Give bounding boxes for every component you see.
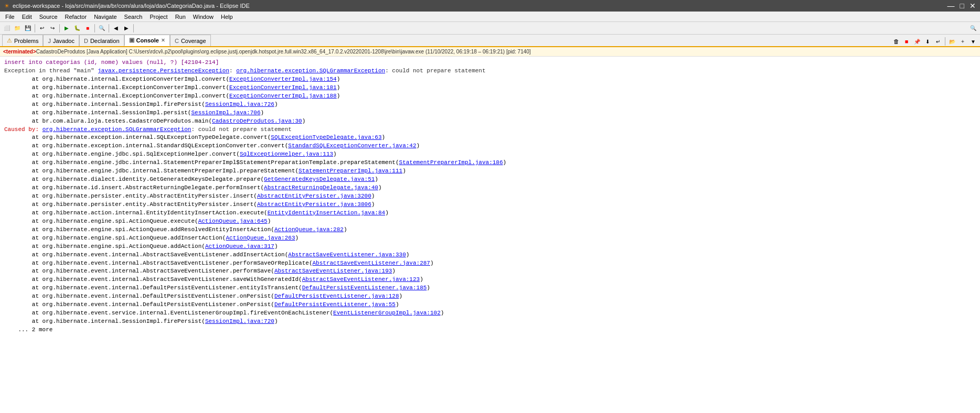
exception-header-line: Exception in thread "main" javax.persist…: [4, 67, 976, 75]
stack-28: at org.hibernate.event.service.internal.…: [4, 309, 976, 318]
console-word-wrap-btn[interactable]: ↵: [933, 37, 943, 46]
stack-29: at org.hibernate.internal.SessionImpl.fi…: [4, 318, 976, 326]
info-bar: <terminated> CadastroDeProdutos [Java Ap…: [0, 47, 980, 57]
menu-search[interactable]: Search: [121, 13, 146, 21]
toolbar-new[interactable]: ⬜: [2, 24, 12, 33]
stack-17: at org.hibernate.engine.spi.ActionQueue.…: [4, 218, 976, 226]
link-sql-grammar-exception-2[interactable]: org.hibernate.exception.SQLGrammarExcept…: [42, 126, 191, 133]
menu-edit[interactable]: Edit: [19, 13, 35, 21]
stack-18: at org.hibernate.engine.spi.ActionQueue.…: [4, 226, 976, 234]
more-line: ... 2 more: [4, 326, 976, 334]
title-text: eclipse-workspace - loja/src/main/java/b…: [13, 3, 250, 9]
toolbar-extra1[interactable]: 🔍: [968, 24, 978, 33]
stack-16: at org.hibernate.action.internal.EntityI…: [4, 209, 976, 218]
tabs-row: ⚠ Problems J Javadoc D Declaration ▣ Con…: [0, 35, 980, 47]
tab-problems[interactable]: ⚠ Problems: [2, 35, 43, 46]
console-icon: ▣: [129, 37, 134, 44]
toolbar-sep-4: [109, 24, 109, 32]
console-close-btn[interactable]: ✕: [161, 38, 165, 43]
stack-14: at org.hibernate.persister.entity.Abstra…: [4, 192, 976, 201]
link-sql-grammar-exception-1[interactable]: org.hibernate.exception.SQLGrammarExcept…: [236, 68, 385, 74]
tab-javadoc[interactable]: J Javadoc: [43, 35, 79, 46]
tab-problems-label: Problems: [14, 38, 38, 44]
toolbar-forward[interactable]: ▶: [122, 24, 131, 33]
caused-by-line: Caused by: org.hibernate.exception.SQLGr…: [4, 126, 976, 134]
tab-coverage[interactable]: C Coverage: [170, 35, 211, 46]
view-menu-btn[interactable]: ▼: [968, 37, 978, 46]
stack-7: at org.hibernate.exception.internal.SQLE…: [4, 134, 976, 142]
stack-15: at org.hibernate.persister.entity.Abstra…: [4, 201, 976, 209]
console-open-file-btn[interactable]: 📂: [947, 37, 957, 46]
stack-4: at org.hibernate.internal.SessionImpl.fi…: [4, 101, 976, 109]
problems-icon: ⚠: [7, 37, 12, 44]
stack-20: at org.hibernate.engine.spi.ActionQueue.…: [4, 243, 976, 251]
tab-coverage-label: Coverage: [181, 38, 206, 44]
console-clear-btn[interactable]: 🗑: [891, 37, 901, 46]
info-text: CadastroDeProdutos [Java Application] C:…: [36, 49, 531, 55]
toolbar: ⬜ 📁 💾 ↩ ↪ ▶ 🐛 ■ 🔍 ◀ ▶ 🔍: [0, 22, 980, 35]
link-persistence-exception[interactable]: javax.persistence.PersistenceException: [98, 68, 229, 74]
console-scroll-btn[interactable]: ⬇: [923, 37, 932, 46]
toolbar-sep-1: [35, 24, 35, 32]
toolbar-undo[interactable]: ↩: [37, 24, 47, 33]
stack-24: at org.hibernate.event.internal.Abstract…: [4, 276, 976, 284]
stack-12: at org.hibernate.dialect.identity.GetGen…: [4, 176, 976, 184]
menu-run[interactable]: Run: [172, 13, 189, 21]
menu-window[interactable]: Window: [190, 13, 217, 21]
stack-21: at org.hibernate.event.internal.Abstract…: [4, 251, 976, 259]
tab-console-label: Console: [136, 37, 159, 44]
menu-navigate[interactable]: Navigate: [91, 13, 120, 21]
toolbar-debug[interactable]: 🐛: [72, 24, 82, 33]
tab-declaration[interactable]: D Declaration: [79, 35, 124, 46]
stack-9: at org.hibernate.engine.jdbc.spi.SqlExce…: [4, 150, 976, 159]
terminated-label: <terminated>: [3, 49, 36, 55]
declaration-icon: D: [84, 38, 88, 44]
toolbar-save[interactable]: 💾: [23, 24, 33, 33]
menu-source[interactable]: Source: [36, 13, 61, 21]
stack-22: at org.hibernate.event.internal.Abstract…: [4, 259, 976, 268]
stack-8: at org.hibernate.exception.internal.Stan…: [4, 142, 976, 150]
stack-27: at org.hibernate.event.internal.DefaultP…: [4, 301, 976, 309]
stack-6: at br.com.alura.loja.testes.CadastroDePr…: [4, 117, 976, 126]
coverage-icon: C: [175, 38, 179, 44]
menu-bar: File Edit Source Refactor Navigate Searc…: [0, 12, 980, 22]
console-area[interactable]: insert into categorias (id, nome) values…: [0, 57, 980, 413]
insert-line: insert into categorias (id, nome) values…: [4, 59, 976, 67]
stack-19: at org.hibernate.engine.spi.ActionQueue.…: [4, 234, 976, 243]
stack-5: at org.hibernate.internal.SessionImpl.pe…: [4, 109, 976, 117]
stack-2: at org.hibernate.internal.ExceptionConve…: [4, 84, 976, 92]
menu-refactor[interactable]: Refactor: [62, 13, 90, 21]
tab-console[interactable]: ▣ Console ✕: [124, 35, 170, 46]
title-bar: ☀ eclipse-workspace - loja/src/main/java…: [0, 0, 980, 12]
console-sep: [945, 37, 945, 46]
stack-25: at org.hibernate.event.internal.DefaultP…: [4, 284, 976, 292]
toolbar-stop[interactable]: ■: [83, 24, 92, 33]
toolbar-redo[interactable]: ↪: [48, 24, 57, 33]
minimize-btn[interactable]: —: [947, 2, 955, 10]
menu-project[interactable]: Project: [146, 13, 171, 21]
toolbar-open[interactable]: 📁: [13, 24, 22, 33]
toolbar-sep-2: [59, 24, 60, 32]
close-btn[interactable]: ✕: [970, 2, 976, 10]
toolbar-run[interactable]: ▶: [62, 24, 71, 33]
tab-declaration-label: Declaration: [90, 38, 120, 44]
console-terminate-btn[interactable]: ■: [902, 37, 911, 46]
window-controls[interactable]: — □ ✕: [947, 2, 976, 10]
menu-file[interactable]: File: [2, 13, 18, 21]
tab-javadoc-label: Javadoc: [53, 38, 74, 44]
console-pin-btn[interactable]: 📌: [912, 37, 922, 46]
stack-26: at org.hibernate.event.internal.DefaultP…: [4, 292, 976, 301]
console-new-btn[interactable]: ＋: [958, 37, 967, 46]
eclipse-icon: ☀: [4, 3, 9, 9]
stack-11: at org.hibernate.engine.jdbc.internal.St…: [4, 167, 976, 176]
toolbar-search[interactable]: 🔍: [97, 24, 106, 33]
stack-1: at org.hibernate.internal.ExceptionConve…: [4, 75, 976, 84]
maximize-btn[interactable]: □: [960, 2, 964, 10]
stack-3: at org.hibernate.internal.ExceptionConve…: [4, 92, 976, 101]
javadoc-icon: J: [48, 38, 51, 44]
stack-13: at org.hibernate.id.insert.AbstractRetur…: [4, 184, 976, 192]
menu-help[interactable]: Help: [218, 13, 236, 21]
toolbar-sep-3: [94, 24, 95, 32]
toolbar-sep-5: [133, 24, 134, 32]
toolbar-back[interactable]: ◀: [111, 24, 121, 33]
